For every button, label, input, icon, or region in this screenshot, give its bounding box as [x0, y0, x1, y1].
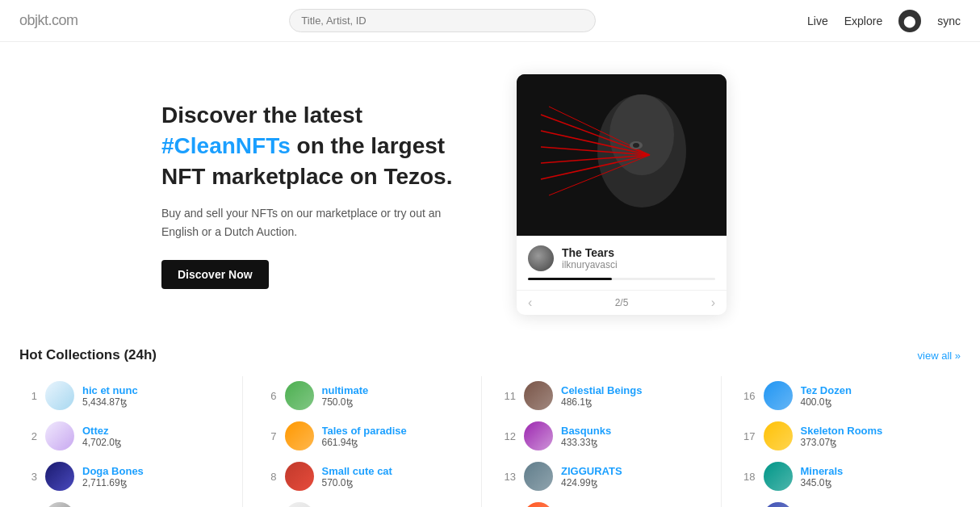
- theme-toggle[interactable]: ⬤: [898, 10, 921, 32]
- section-title: Hot Collections (24h): [19, 347, 157, 363]
- collection-info: Tales of paradise661.94ꜩ: [322, 425, 479, 448]
- view-all-link[interactable]: view all »: [918, 350, 961, 362]
- collection-name: Skeleton Rooms: [801, 425, 958, 437]
- heading-pre: Discover the latest: [161, 103, 362, 128]
- collection-info: Tez Dozen400.0ꜩ: [801, 384, 958, 408]
- logo: objkt.com: [19, 12, 78, 29]
- collection-name: Ottez: [82, 425, 239, 437]
- collection-rank: 7: [262, 430, 277, 442]
- collection-info: ZIGGURATS424.99ꜩ: [561, 465, 718, 488]
- collection-avatar: [524, 381, 553, 410]
- collection-rank: 2: [23, 430, 37, 442]
- collection-volume: 486.1ꜩ: [561, 396, 718, 408]
- nav-sync[interactable]: sync: [937, 15, 961, 27]
- collection-info: Small cute cat570.0ꜩ: [322, 465, 479, 488]
- collection-item[interactable]: 12Basqunks433.33ꜩ: [498, 417, 721, 455]
- collection-volume: 2,711.69ꜩ: [82, 477, 239, 488]
- nft-card: The Tears ilknuryavasci ‹ 2/5 ›: [517, 74, 727, 315]
- collection-info: Ottez4,702.0ꜩ: [82, 425, 239, 448]
- collection-name: Small cute cat: [322, 465, 479, 477]
- collection-item[interactable]: 8Small cute cat570.0ꜩ: [259, 457, 482, 496]
- nft-artist: ilknuryavasci: [562, 259, 618, 270]
- card-progress-fill: [528, 278, 612, 280]
- card-nav: ‹ 2/5 ›: [517, 290, 727, 315]
- collection-avatar: [285, 381, 314, 410]
- collection-info: Skeleton Rooms373.07ꜩ: [801, 425, 958, 448]
- collection-name: nultimate: [322, 384, 479, 396]
- search-bar[interactable]: [289, 9, 596, 32]
- collection-avatar: [524, 421, 553, 450]
- collection-name: Minerals: [801, 465, 958, 477]
- collection-avatar: [524, 462, 553, 491]
- collection-column-3: 16Tez Dozen400.0ꜩ17Skeleton Rooms373.07ꜩ…: [738, 376, 961, 507]
- collection-rank: 8: [262, 471, 277, 483]
- svg-point-2: [609, 94, 674, 175]
- hero-section: Discover the latest #CleanNFTs on the la…: [0, 42, 980, 331]
- collection-avatar: [285, 421, 314, 450]
- collection-item[interactable]: 16Tez Dozen400.0ꜩ: [738, 376, 961, 415]
- collection-item[interactable]: 7Tales of paradise661.94ꜩ: [259, 417, 482, 455]
- collection-rank: 1: [23, 390, 37, 402]
- collection-info: Basqunks433.33ꜩ: [561, 425, 718, 448]
- hot-collections-section: Hot Collections (24h) view all » 1hic et…: [0, 331, 980, 507]
- collection-avatar: [45, 381, 74, 410]
- collection-item[interactable]: 17Skeleton Rooms373.07ꜩ: [738, 417, 961, 455]
- svg-point-11: [633, 143, 639, 148]
- collection-name: Doga Bones: [82, 465, 239, 477]
- collection-item[interactable]: 11Celestial Beings486.1ꜩ: [498, 376, 721, 415]
- collection-name: ZIGGURATS: [561, 465, 718, 477]
- collections-grid: 1hic et nunc5,434.87ꜩ2Ottez4,702.0ꜩ3Doga…: [19, 376, 961, 507]
- collection-volume: 345.0ꜩ: [801, 477, 958, 488]
- nft-artwork: [517, 74, 727, 236]
- collection-column-1: 6nultimate750.0ꜩ7Tales of paradise661.94…: [259, 376, 483, 507]
- card-prev-arrow[interactable]: ‹: [528, 295, 532, 310]
- collection-volume: 373.07ꜩ: [801, 437, 958, 448]
- collection-info: Doga Bones2,711.69ꜩ: [82, 465, 239, 488]
- collection-volume: 750.0ꜩ: [322, 396, 479, 408]
- collection-item[interactable]: 4The Lushtemples1,733.1ꜩ: [19, 497, 242, 507]
- collection-item[interactable]: 13ZIGGURATS424.99ꜩ: [498, 457, 721, 496]
- collection-volume: 400.0ꜩ: [801, 396, 958, 408]
- header: objkt.com Live Explore ⬤ sync: [0, 0, 980, 42]
- collection-name: Celestial Beings: [561, 384, 718, 396]
- heading-highlight: #CleanNFTs: [161, 133, 291, 158]
- logo-suffix: .com: [48, 12, 78, 28]
- collection-item[interactable]: 18Minerals345.0ꜩ: [738, 457, 961, 496]
- collection-item[interactable]: 9The Moments556.32ꜩ: [259, 497, 482, 507]
- collection-rank: 13: [501, 471, 516, 483]
- collection-avatar: [764, 381, 793, 410]
- collection-item[interactable]: 1hic et nunc5,434.87ꜩ: [19, 376, 242, 415]
- collection-name: Tez Dozen: [801, 384, 958, 396]
- collection-name: Basqunks: [561, 425, 718, 437]
- nav-live[interactable]: Live: [807, 15, 828, 27]
- card-next-arrow[interactable]: ›: [711, 295, 715, 310]
- collection-avatar: [285, 462, 314, 491]
- collection-volume: 5,434.87ꜩ: [82, 396, 239, 408]
- collection-item[interactable]: 3Doga Bones2,711.69ꜩ: [19, 457, 242, 496]
- collection-name: hic et nunc: [82, 384, 239, 396]
- collection-rank: 11: [501, 390, 516, 402]
- collection-volume: 4,702.0ꜩ: [82, 437, 239, 448]
- hero-subtext: Buy and sell your NFTs on our marketplac…: [161, 204, 468, 241]
- main-nav: Live Explore ⬤ sync: [807, 10, 961, 32]
- nft-card-info: The Tears ilknuryavasci: [517, 236, 727, 290]
- collection-column-0: 1hic et nunc5,434.87ꜩ2Ottez4,702.0ꜩ3Doga…: [19, 376, 243, 507]
- search-input[interactable]: [289, 9, 596, 32]
- collection-volume: 661.94ꜩ: [322, 437, 479, 448]
- collection-item[interactable]: 6nultimate750.0ꜩ: [259, 376, 482, 415]
- discover-now-button[interactable]: Discover Now: [161, 260, 269, 289]
- collection-volume: 433.33ꜩ: [561, 437, 718, 448]
- card-progress-bar: [528, 278, 715, 280]
- collection-avatar: [285, 502, 314, 507]
- collection-avatar: [764, 462, 793, 491]
- collection-item[interactable]: 14KATez424.13ꜩ: [498, 497, 721, 507]
- card-nav-count: 2/5: [615, 297, 629, 308]
- collection-volume: 570.0ꜩ: [322, 477, 479, 488]
- collection-name: Tales of paradise: [322, 425, 479, 437]
- collection-item[interactable]: 2Ottez4,702.0ꜩ: [19, 417, 242, 455]
- collection-item[interactable]: 1920 GEB NFT 22303.52ꜩ: [738, 497, 961, 507]
- nav-explore[interactable]: Explore: [844, 15, 882, 27]
- logo-text: objkt: [19, 12, 48, 28]
- collection-rank: 12: [501, 430, 516, 442]
- collection-avatar: [764, 421, 793, 450]
